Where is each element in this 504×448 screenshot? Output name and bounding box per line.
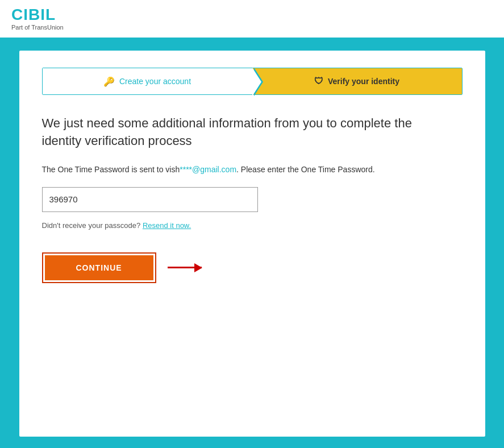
step-verify: 🛡 Verify your identity	[252, 68, 462, 94]
resend-link[interactable]: Resend it now.	[143, 221, 191, 230]
continue-button[interactable]: CONTINUE	[45, 255, 153, 280]
arrow-line	[168, 267, 202, 268]
logo-area: CIBIL Part of TransUnion	[11, 7, 64, 31]
create-icon: 🔑	[103, 76, 115, 87]
main-container: 🔑 Create your account 🛡 Verify your iden…	[0, 39, 504, 448]
desc-part1: The One Time Password is sent to vish	[42, 165, 180, 174]
step-create-label: Create your account	[119, 77, 191, 86]
otp-input[interactable]	[42, 187, 258, 212]
arrow-indicator	[168, 267, 202, 268]
page-wrapper: CIBIL Part of TransUnion 🔑 Create your a…	[0, 0, 504, 448]
logo-cibil: CIBIL	[11, 7, 64, 23]
desc-part2: . Please enter the One Time Password.	[236, 165, 375, 174]
header: CIBIL Part of TransUnion	[0, 0, 504, 39]
desc-masked: ****@gmail.com	[180, 165, 236, 174]
continue-area: CONTINUE	[42, 252, 463, 283]
verify-icon: 🛡	[314, 76, 323, 86]
resend-static: Didn't receive your passcode?	[42, 221, 141, 230]
description-text: The One Time Password is sent to vish***…	[42, 164, 383, 176]
continue-btn-wrapper: CONTINUE	[42, 252, 156, 283]
step-create: 🔑 Create your account	[43, 68, 252, 94]
step-verify-label: Verify your identity	[328, 77, 399, 86]
resend-text: Didn't receive your passcode? Resend it …	[42, 221, 463, 230]
content-box: 🔑 Create your account 🛡 Verify your iden…	[19, 51, 485, 437]
steps-bar: 🔑 Create your account 🛡 Verify your iden…	[42, 68, 463, 95]
logo-sub: Part of TransUnion	[11, 24, 64, 31]
main-heading: We just need some additional information…	[42, 115, 428, 150]
